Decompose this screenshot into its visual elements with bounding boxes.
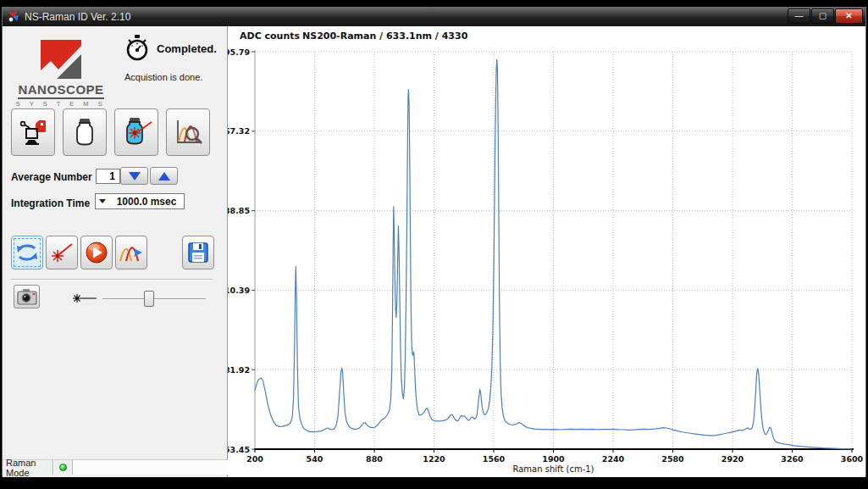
system-connect-icon <box>18 117 48 147</box>
system-connect-button[interactable] <box>11 108 55 156</box>
average-increase-button[interactable] <box>150 167 178 185</box>
mode-status-label: Raman Mode <box>3 460 53 475</box>
loop-icon <box>15 242 39 263</box>
panel-divider <box>11 279 213 281</box>
svg-text:3260: 3260 <box>781 454 804 464</box>
laser-icon <box>50 242 74 264</box>
svg-text:1900: 1900 <box>542 454 565 464</box>
maximize-icon: ▢ <box>819 11 827 20</box>
svg-text:2920: 2920 <box>721 454 744 464</box>
spectra-export-button[interactable] <box>115 236 147 270</box>
svg-text:23038.85: 23038.85 <box>228 206 250 215</box>
logo-subtext: S Y S T E M S <box>11 100 111 108</box>
vial-empty-button[interactable] <box>63 108 107 156</box>
svg-text:3600: 3600 <box>841 454 864 464</box>
save-icon <box>187 242 209 264</box>
laser-mini-icon <box>72 292 97 304</box>
vial-empty-icon <box>69 117 100 147</box>
integration-time-value: 1000.0 msec <box>109 196 184 208</box>
slider-track[interactable] <box>102 298 206 300</box>
camera-icon <box>17 288 37 305</box>
app-icon <box>8 11 19 23</box>
close-button[interactable]: ✕ <box>835 8 863 24</box>
camera-button[interactable] <box>14 285 40 308</box>
average-decrease-button[interactable] <box>120 167 148 185</box>
slider-thumb[interactable] <box>144 291 154 307</box>
spectrum-chart-panel: ADC counts NS200-Raman / 633.1nm / 4330 … <box>228 26 865 477</box>
svg-text:2240: 2240 <box>602 454 625 464</box>
svg-text:200: 200 <box>246 454 263 464</box>
spectrum-search-icon <box>173 117 203 147</box>
save-button[interactable] <box>182 236 214 270</box>
control-panel: NANOSCOPE S Y S T E M S <box>3 26 228 477</box>
app-window: NS-Raman ID Ver. 2.10 — ▢ ✕ NANOSCOPE S … <box>2 7 866 476</box>
nanoscope-logo-icon <box>41 40 81 79</box>
spin-up-icon <box>158 172 170 181</box>
svg-text:2580: 2580 <box>661 454 684 464</box>
svg-text:30067.32: 30067.32 <box>228 126 250 136</box>
acquisition-state-text: Completed. <box>157 42 217 55</box>
nanoscope-logo: NANOSCOPE S Y S T E M S <box>11 40 111 108</box>
svg-text:880: 880 <box>366 454 383 464</box>
average-number-input[interactable]: 1 <box>96 169 120 184</box>
play-button[interactable] <box>80 236 113 270</box>
svg-text:8981.92: 8981.92 <box>228 365 250 375</box>
maximize-button[interactable]: ▢ <box>811 8 834 24</box>
continuous-acquire-button[interactable] <box>11 236 43 270</box>
dropdown-arrow-icon <box>99 199 106 203</box>
acquisition-message: Acquistion is done. <box>124 72 224 82</box>
status-bar: Raman Mode <box>3 459 227 475</box>
integration-time-label: Integration Time <box>11 197 90 209</box>
minimize-icon: — <box>795 11 804 20</box>
spectrum-plot[interactable]: 1953.458981.9216010.3923038.8530067.3237… <box>228 26 867 477</box>
svg-text:540: 540 <box>307 454 323 464</box>
stopwatch-icon <box>124 35 150 62</box>
logo-text: NANOSCOPE <box>18 82 103 99</box>
spin-down-icon <box>129 172 141 181</box>
vial-laser-button[interactable] <box>114 108 158 156</box>
integration-time-dropdown[interactable]: 1000.0 msec <box>95 193 185 209</box>
average-number-label: Average Number <box>11 171 92 183</box>
minimize-button[interactable]: — <box>788 8 810 24</box>
close-icon: ✕ <box>845 11 852 20</box>
play-icon <box>85 241 108 264</box>
led-icon <box>59 464 67 471</box>
vial-laser-icon <box>119 116 153 148</box>
svg-text:1953.45: 1953.45 <box>228 445 250 454</box>
laser-button[interactable] <box>46 236 78 270</box>
svg-text:1220: 1220 <box>423 454 445 464</box>
svg-text:1560: 1560 <box>483 454 506 464</box>
status-bar-spacer <box>73 460 227 475</box>
window-title: NS-Raman ID Ver. 2.10 <box>25 11 130 23</box>
acquisition-status: Completed. Acquistion is done. <box>124 35 224 82</box>
spectrum-search-button[interactable] <box>166 108 210 156</box>
title-bar[interactable]: NS-Raman ID Ver. 2.10 — ▢ ✕ <box>3 8 865 26</box>
svg-text:16010.39: 16010.39 <box>228 286 250 295</box>
svg-text:Raman shift (cm-1): Raman shift (cm-1) <box>512 464 594 474</box>
svg-text:37095.79: 37095.79 <box>228 47 250 57</box>
laser-power-slider[interactable] <box>102 291 206 308</box>
spectra-export-icon <box>119 242 144 264</box>
